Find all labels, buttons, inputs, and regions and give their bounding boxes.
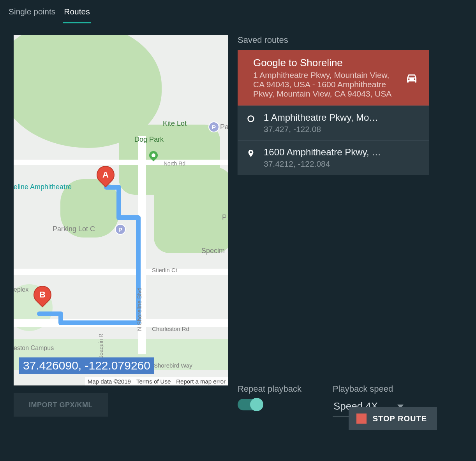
saved-route-subtitle: 1 Amphitheatre Pkwy, Mountain View, CA 9… — [253, 70, 397, 99]
map-terms-link[interactable]: Terms of Use — [136, 378, 171, 385]
map-label-amphitheatre: eline Amphitheatre — [14, 183, 72, 191]
parking-icon: P — [115, 224, 126, 235]
circle-outline-icon — [247, 114, 255, 123]
parking-icon: P — [208, 121, 219, 132]
repeat-playback-label: Repeat playback — [238, 384, 301, 394]
map-label-p-edge: P — [222, 213, 227, 222]
marker-b-label: B — [39, 290, 46, 300]
marker-a-label: A — [102, 170, 109, 180]
map-road — [14, 160, 228, 165]
map-label-shorebird: Shorebird Way — [154, 362, 192, 369]
map-report-link[interactable]: Report a map error — [176, 378, 226, 385]
map-label-north-rd: North Rd — [164, 160, 185, 167]
map-label-dog-park: Dog Park — [134, 135, 164, 144]
route-segment — [37, 311, 63, 316]
saved-route-card[interactable]: Google to Shoreline 1 Amphitheatre Pkwy,… — [238, 50, 429, 106]
map-park-shape — [154, 167, 228, 253]
waypoint-item[interactable]: 1600 Amphitheatre Pkwy, … 37.4212, -122.… — [238, 141, 429, 175]
map-label-joaquin: Joaquin R — [98, 334, 104, 358]
map-road — [14, 269, 228, 275]
route-segment — [58, 320, 141, 325]
map-data-label: Map data ©2019 — [88, 378, 131, 385]
waypoint-title: 1 Amphitheatre Pkwy, Mo… — [264, 112, 378, 123]
map-label-parking-lot-c: Parking Lot C — [53, 225, 95, 233]
route-segment — [116, 185, 121, 220]
map-label-n-shoreline: N Shoreline Blvd — [136, 287, 143, 331]
coordinates-badge: 37.426090, -122.079260 — [19, 357, 154, 374]
stop-route-label: STOP ROUTE — [373, 414, 427, 423]
saved-route-title: Google to Shoreline — [253, 57, 397, 69]
map-label-kite-lot: Kite Lot — [163, 120, 187, 128]
car-icon — [404, 72, 419, 84]
pin-icon — [247, 149, 255, 158]
map-label-eston: eston Campus — [14, 345, 54, 352]
map-label-pa: Pa — [220, 123, 228, 131]
map-label-stierlin: Stierlin Ct — [152, 267, 177, 273]
tab-routes[interactable]: Routes — [63, 4, 91, 23]
playback-speed-label: Playback speed — [333, 384, 411, 394]
waypoint-title: 1600 Amphitheatre Pkwy, … — [264, 147, 381, 158]
toggle-knob — [250, 398, 263, 411]
right-column: Saved routes Google to Shoreline 1 Amphi… — [238, 35, 468, 417]
tabs-bar: Single points Routes — [0, 0, 476, 23]
map-label-charleston: Charleston Rd — [152, 326, 189, 332]
waypoint-list: 1 Amphitheatre Pkwy, Mo… 37.427, -122.08… — [238, 106, 429, 175]
repeat-playback-block: Repeat playback — [238, 384, 301, 410]
stop-icon — [356, 413, 367, 424]
waypoint-item[interactable]: 1 Amphitheatre Pkwy, Mo… 37.427, -122.08 — [238, 106, 429, 141]
left-column: P P A B Kite Lot Dog Park eline Amphithe… — [14, 35, 228, 417]
map-label-eplex: eplex — [14, 286, 28, 293]
tab-single-points[interactable]: Single points — [8, 4, 56, 23]
waypoint-coords: 37.427, -122.08 — [264, 125, 378, 134]
waypoint-coords: 37.4212, -122.084 — [264, 159, 381, 169]
saved-routes-heading: Saved routes — [238, 35, 429, 45]
repeat-playback-toggle[interactable] — [238, 399, 263, 410]
import-gpx-kml-button[interactable]: IMPORT GPX/KML — [14, 393, 108, 417]
map-view[interactable]: P P A B Kite Lot Dog Park eline Amphithe… — [14, 35, 228, 385]
map-label-specimen: Specim — [201, 247, 225, 255]
map-attribution: Map data ©2019 Terms of Use Report a map… — [85, 377, 228, 385]
stop-route-button[interactable]: STOP ROUTE — [349, 407, 437, 430]
svg-point-0 — [248, 116, 254, 122]
